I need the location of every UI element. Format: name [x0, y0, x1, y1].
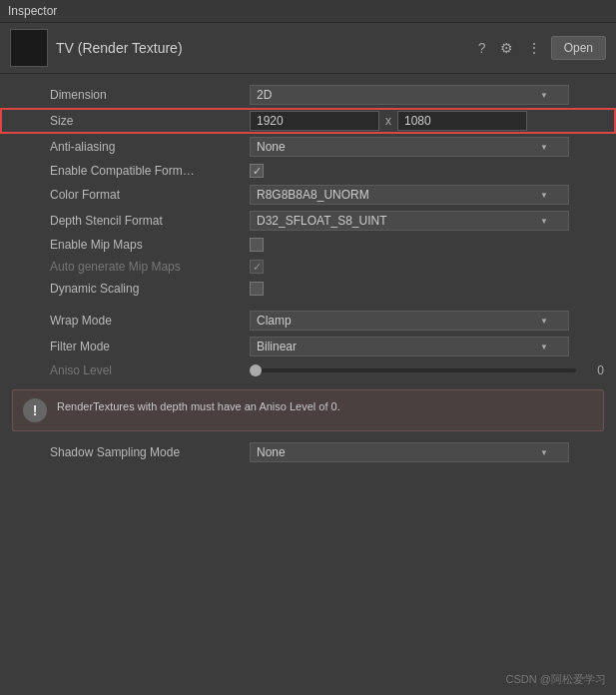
depth-stencil-format-row: Depth Stencil Format D32_SFLOAT_S8_UINT [0, 208, 616, 234]
wrap-mode-value[interactable]: Clamp [250, 311, 604, 331]
inspector-tab-label[interactable]: Inspector [8, 4, 57, 18]
asset-icon [10, 29, 48, 67]
title-bar: TV (Render Texture) ? ⚙ ⋮ Open [0, 23, 616, 74]
enable-compatible-format-checkbox[interactable] [250, 164, 264, 178]
open-button[interactable]: Open [551, 36, 606, 60]
dimension-row: Dimension 2D [0, 82, 616, 108]
wrap-mode-label: Wrap Mode [50, 314, 250, 328]
dimension-value[interactable]: 2D [250, 85, 604, 105]
dimension-label: Dimension [50, 88, 250, 102]
aniso-level-value: 0 [584, 363, 604, 377]
shadow-sampling-mode-row: Shadow Sampling Mode None [0, 439, 616, 465]
help-icon[interactable]: ? [474, 38, 490, 58]
anti-aliasing-value[interactable]: None [250, 137, 604, 157]
dimension-dropdown[interactable]: 2D [250, 85, 569, 105]
enable-compatible-format-label: Enable Compatible Form… [50, 164, 250, 178]
properties-section: Dimension 2D Size x Anti-aliasing None E… [0, 74, 616, 473]
enable-mip-maps-checkbox[interactable] [250, 238, 264, 252]
warning-text: RenderTextures with depth must have an A… [57, 398, 340, 415]
filter-mode-row: Filter Mode Bilinear [0, 334, 616, 359]
color-format-label: Color Format [50, 188, 250, 202]
aniso-level-track[interactable] [250, 368, 576, 372]
size-width-input[interactable] [250, 111, 379, 131]
warning-box: ! RenderTextures with depth must have an… [12, 389, 604, 431]
color-format-row: Color Format R8G8B8A8_UNORM [0, 182, 616, 208]
shadow-sampling-mode-dropdown[interactable]: None [250, 442, 569, 462]
auto-generate-mip-maps-label: Auto generate Mip Maps [50, 260, 250, 274]
color-format-value[interactable]: R8G8B8A8_UNORM [250, 185, 604, 205]
size-row: Size x [0, 108, 616, 134]
size-height-input[interactable] [397, 111, 527, 131]
filter-mode-value[interactable]: Bilinear [250, 337, 604, 356]
asset-title: TV (Render Texture) [56, 40, 183, 56]
filter-mode-dropdown[interactable]: Bilinear [250, 337, 569, 356]
enable-mip-maps-row: Enable Mip Maps [0, 234, 616, 256]
size-label: Size [50, 114, 250, 128]
aniso-level-slider-container: 0 [250, 363, 604, 377]
wrap-mode-row: Wrap Mode Clamp [0, 308, 616, 334]
separator-1 [0, 300, 616, 308]
enable-mip-maps-value [250, 238, 604, 252]
size-separator: x [385, 114, 391, 128]
auto-generate-mip-maps-value [250, 260, 604, 274]
header-tab-bar: Inspector [0, 0, 616, 23]
aniso-level-thumb[interactable] [250, 364, 262, 376]
color-format-dropdown[interactable]: R8G8B8A8_UNORM [250, 185, 569, 205]
depth-stencil-format-dropdown[interactable]: D32_SFLOAT_S8_UINT [250, 211, 569, 231]
anti-aliasing-dropdown[interactable]: None [250, 137, 569, 157]
settings-icon[interactable]: ⚙ [496, 38, 517, 58]
shadow-sampling-mode-label: Shadow Sampling Mode [50, 445, 250, 459]
dynamic-scaling-checkbox[interactable] [250, 282, 264, 296]
title-right: ? ⚙ ⋮ Open [474, 36, 606, 60]
warning-icon: ! [23, 398, 47, 422]
enable-compatible-format-value [250, 164, 604, 178]
anti-aliasing-label: Anti-aliasing [50, 140, 250, 154]
aniso-level-label: Aniso Level [50, 363, 250, 377]
enable-mip-maps-label: Enable Mip Maps [50, 238, 250, 252]
footer: CSDN @阿松爱学习 [506, 672, 606, 687]
size-container: x [250, 111, 604, 131]
anti-aliasing-row: Anti-aliasing None [0, 134, 616, 160]
dynamic-scaling-value [250, 282, 604, 296]
auto-generate-mip-maps-checkbox[interactable] [250, 260, 264, 274]
filter-mode-label: Filter Mode [50, 340, 250, 353]
more-icon[interactable]: ⋮ [523, 38, 545, 58]
depth-stencil-format-label: Depth Stencil Format [50, 214, 250, 228]
dynamic-scaling-row: Dynamic Scaling [0, 278, 616, 300]
depth-stencil-format-value[interactable]: D32_SFLOAT_S8_UINT [250, 211, 604, 231]
aniso-level-row: Aniso Level 0 [0, 359, 616, 381]
dynamic-scaling-label: Dynamic Scaling [50, 282, 250, 296]
shadow-sampling-mode-value[interactable]: None [250, 442, 604, 462]
wrap-mode-dropdown[interactable]: Clamp [250, 311, 569, 331]
title-left: TV (Render Texture) [10, 29, 183, 67]
footer-text: CSDN @阿松爱学习 [506, 673, 606, 685]
enable-compatible-format-row: Enable Compatible Form… [0, 160, 616, 182]
auto-generate-mip-maps-row: Auto generate Mip Maps [0, 256, 616, 278]
